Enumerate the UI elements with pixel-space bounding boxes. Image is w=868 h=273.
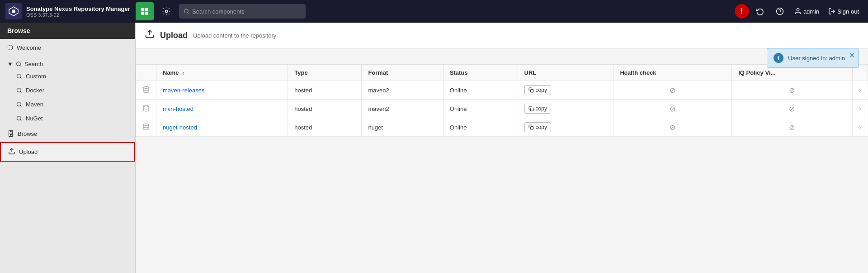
database-row-icon	[142, 86, 150, 93]
database-icon: 🗄	[7, 130, 14, 138]
iq-disabled-icon-2: ⊘	[789, 105, 795, 113]
database-row-icon-2	[142, 105, 150, 112]
brand-text: Sonatype Nexus Repository Manager OSS 3.…	[26, 5, 130, 18]
settings-nav-button[interactable]	[157, 2, 175, 20]
row-expand-arrow-3[interactable]: ›	[859, 123, 861, 131]
table-row: mvn-hosted hosted maven2 Online copy	[136, 100, 868, 118]
main-content: Upload Upload content to the repository …	[136, 23, 868, 273]
sidebar-welcome-label: Welcome	[17, 44, 41, 51]
sidebar-item-browse[interactable]: 🗄 Browse	[0, 125, 135, 142]
repository-table: Name ↑ Type Format Status URL Health che…	[136, 64, 868, 137]
sidebar-item-welcome[interactable]: ⬡ Welcome	[0, 39, 135, 56]
row-format: maven2	[362, 81, 443, 100]
row-arrow-cell[interactable]: ›	[852, 81, 868, 100]
upload-sidebar-icon	[8, 148, 15, 156]
copy-label: copy	[536, 87, 547, 93]
row-url: copy	[518, 81, 613, 100]
row-type: hosted	[288, 118, 362, 137]
help-button[interactable]	[771, 2, 789, 20]
row-expand-arrow-2[interactable]: ›	[859, 105, 861, 112]
svg-rect-4	[142, 12, 145, 15]
brand-title: Sonatype Nexus Repository Manager	[26, 5, 130, 12]
search-nuget-icon	[16, 115, 22, 121]
svg-rect-27	[530, 90, 533, 93]
signout-label: Sign out	[837, 8, 859, 15]
svg-line-8	[188, 13, 189, 14]
copy-url-button-3[interactable]: copy	[524, 122, 551, 132]
sidebar-maven-label: Maven	[26, 101, 43, 108]
sidebar-item-docker[interactable]: Docker	[0, 83, 135, 97]
svg-point-26	[143, 86, 149, 88]
svg-line-20	[20, 105, 21, 106]
copy-icon-2	[528, 106, 534, 111]
database-row-icon-3	[142, 123, 150, 130]
col-status: Status	[443, 65, 518, 81]
sidebar-item-search[interactable]: ▼ Search	[0, 56, 135, 69]
row-icon	[136, 100, 156, 118]
sidebar-search-label: Search	[24, 61, 43, 67]
health-disabled-icon: ⊘	[670, 86, 675, 94]
sidebar-item-custom[interactable]: Custom	[0, 69, 135, 83]
row-icon	[136, 81, 156, 100]
col-format: Format	[362, 65, 443, 81]
filter-row: Filter	[136, 48, 868, 64]
svg-line-14	[20, 65, 21, 66]
copy-label-3: copy	[536, 124, 547, 130]
sort-arrow: ↑	[182, 71, 184, 76]
copy-icon-3	[528, 125, 534, 130]
row-name[interactable]: maven-releases	[156, 81, 288, 100]
upload-description: Upload content to the repository	[193, 32, 276, 39]
row-arrow-cell-3[interactable]: ›	[852, 118, 868, 137]
sidebar-docker-label: Docker	[26, 87, 44, 94]
alert-icon[interactable]: !	[735, 4, 749, 19]
sidebar-item-maven[interactable]: Maven	[0, 97, 135, 111]
search-box[interactable]	[179, 4, 306, 19]
search-input[interactable]	[192, 8, 301, 15]
table-header: Name ↑ Type Format Status URL Health che…	[136, 65, 868, 81]
col-icon	[136, 65, 156, 81]
upload-title: Upload	[160, 31, 188, 40]
info-close-button[interactable]: ✕	[849, 51, 855, 60]
row-expand-arrow[interactable]: ›	[859, 86, 861, 94]
svg-point-11	[797, 9, 799, 11]
svg-rect-3	[145, 8, 148, 11]
row-type: hosted	[288, 81, 362, 100]
search-icon	[16, 61, 22, 67]
col-url: URL	[518, 65, 613, 81]
table-row: maven-releases hosted maven2 Online copy	[136, 81, 868, 100]
sidebar: Browse ⬡ Welcome ▼ Search Custom Docker	[0, 23, 136, 273]
copy-url-button[interactable]: copy	[524, 85, 551, 95]
row-url: copy	[518, 118, 613, 137]
health-disabled-icon-2: ⊘	[670, 105, 675, 113]
info-message: User signed in: admin	[788, 55, 845, 62]
row-health: ⊘	[613, 100, 732, 118]
sidebar-item-nuget[interactable]: NuGet	[0, 111, 135, 125]
row-icon	[136, 118, 156, 137]
svg-line-18	[20, 91, 21, 92]
iq-disabled-icon: ⊘	[789, 86, 795, 94]
svg-point-19	[17, 102, 21, 106]
col-name[interactable]: Name ↑	[156, 65, 288, 81]
sidebar-browse-label: Browse	[18, 130, 37, 137]
svg-point-30	[143, 124, 149, 125]
hexagon-icon: ⬡	[7, 43, 13, 52]
row-name[interactable]: mvn-hosted	[156, 100, 288, 118]
svg-rect-2	[142, 8, 145, 11]
row-status: Online	[443, 118, 518, 137]
row-iq: ⊘	[732, 81, 852, 100]
refresh-button[interactable]	[751, 2, 769, 20]
search-sub-icon	[16, 73, 22, 79]
user-menu[interactable]: admin	[791, 6, 823, 17]
row-arrow-cell-2[interactable]: ›	[852, 100, 868, 118]
row-name[interactable]: nuget-hosted	[156, 118, 288, 137]
sidebar-custom-label: Custom	[26, 73, 46, 80]
copy-label-2: copy	[536, 105, 547, 112]
signout-button[interactable]: Sign out	[825, 6, 863, 17]
copy-url-button-2[interactable]: copy	[524, 104, 551, 114]
sidebar-item-upload[interactable]: Upload	[0, 142, 135, 162]
browse-nav-button[interactable]	[136, 2, 154, 20]
svg-rect-5	[145, 12, 148, 15]
info-icon: i	[774, 53, 783, 63]
row-health: ⊘	[613, 81, 732, 100]
chevron-down-icon: ▼	[7, 61, 13, 67]
